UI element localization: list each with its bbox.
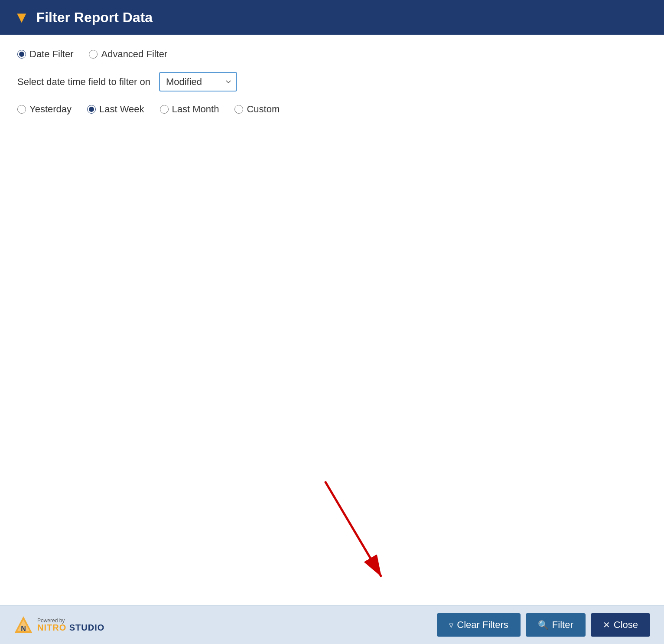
app-name-studio: STUDIO	[69, 623, 105, 632]
app-name-nitro: NITRO	[37, 623, 66, 632]
last-month-label: Last Month	[172, 104, 219, 115]
last-month-radio[interactable]	[160, 105, 169, 114]
yesterday-radio[interactable]	[17, 105, 26, 114]
custom-radio[interactable]	[234, 105, 243, 114]
filter-search-icon: 🔍	[538, 620, 549, 630]
dialog-header: ▼ Filter Report Data	[0, 0, 664, 35]
date-filter-radio[interactable]	[17, 50, 26, 59]
close-button[interactable]: ✕ Close	[591, 613, 650, 637]
advanced-filter-option[interactable]: Advanced Filter	[89, 49, 167, 60]
logo: N Powered by NITRO STUDIO	[14, 615, 104, 634]
close-icon: ✕	[603, 620, 610, 630]
date-field-select[interactable]: Created Modified Completed	[159, 72, 237, 92]
date-field-row: Select date time field to filter on Crea…	[17, 72, 647, 92]
svg-text:N: N	[21, 625, 26, 632]
date-filter-label: Date Filter	[29, 49, 73, 60]
last-month-option[interactable]: Last Month	[160, 104, 219, 115]
last-week-radio[interactable]	[87, 105, 96, 114]
custom-option[interactable]: Custom	[234, 104, 280, 115]
advanced-filter-radio[interactable]	[89, 50, 98, 59]
app-name: NITRO STUDIO	[37, 623, 104, 632]
yesterday-option[interactable]: Yesterday	[17, 104, 72, 115]
yesterday-label: Yesterday	[29, 104, 72, 115]
dialog-title: Filter Report Data	[36, 10, 153, 26]
custom-label: Custom	[247, 104, 280, 115]
clear-filters-icon: ▿	[449, 620, 453, 630]
filter-type-group: Date Filter Advanced Filter	[17, 49, 647, 60]
footer: N Powered by NITRO STUDIO ▿ Clear Filter…	[0, 605, 664, 644]
period-options-group: Yesterday Last Week Last Month Custom	[17, 104, 647, 115]
filter-button[interactable]: 🔍 Filter	[526, 613, 586, 637]
close-label: Close	[614, 619, 638, 631]
logo-text: Powered by NITRO STUDIO	[37, 618, 104, 632]
filter-icon: ▼	[14, 8, 29, 26]
main-content: Date Filter Advanced Filter Select date …	[0, 35, 664, 605]
clear-filters-button[interactable]: ▿ Clear Filters	[437, 613, 521, 637]
clear-filters-label: Clear Filters	[457, 619, 508, 631]
last-week-label: Last Week	[99, 104, 144, 115]
advanced-filter-label: Advanced Filter	[101, 49, 167, 60]
last-week-option[interactable]: Last Week	[87, 104, 144, 115]
date-field-label: Select date time field to filter on	[17, 76, 150, 88]
logo-icon: N	[14, 615, 33, 634]
footer-buttons: ▿ Clear Filters 🔍 Filter ✕ Close	[437, 613, 650, 637]
filter-label: Filter	[552, 619, 573, 631]
date-filter-option[interactable]: Date Filter	[17, 49, 73, 60]
